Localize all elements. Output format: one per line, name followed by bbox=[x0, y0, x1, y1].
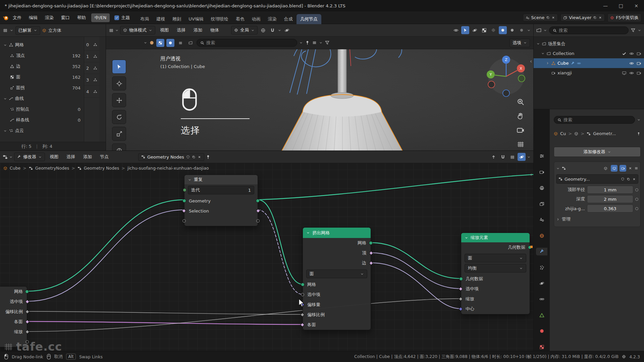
chevron-down-icon[interactable] bbox=[144, 41, 147, 45]
group-input-individual[interactable]: 各面 bbox=[0, 317, 27, 327]
index-row[interactable]: 0 bbox=[84, 39, 99, 51]
node-editor-icon[interactable] bbox=[3, 155, 8, 160]
realtime-display-toggle[interactable] bbox=[611, 165, 618, 172]
asset-search[interactable] bbox=[197, 39, 297, 47]
mode-dropdown[interactable]: 物体模式 bbox=[120, 26, 155, 35]
shading-wireframe-button[interactable] bbox=[489, 26, 497, 34]
tab-texture[interactable] bbox=[536, 343, 547, 351]
copy-node-tree-icon[interactable] bbox=[192, 155, 196, 159]
ne-menu-select[interactable]: 选择 bbox=[63, 153, 78, 161]
node-repeat-input[interactable]: 重复 迭代 1 Geometry Selection bbox=[184, 175, 258, 226]
sidebar-collapse-arrow[interactable]: ‹ bbox=[530, 58, 532, 64]
index-row[interactable]: 4 bbox=[84, 86, 99, 98]
xray-toggle[interactable] bbox=[480, 26, 488, 34]
node-group-field[interactable]: Geometry... bbox=[556, 174, 638, 184]
scale-mode-select[interactable]: 均衡 bbox=[465, 264, 526, 273]
menu-file[interactable]: 文件 bbox=[9, 13, 25, 22]
scene-selector[interactable]: Scene bbox=[523, 14, 558, 21]
chevron-down-icon[interactable] bbox=[319, 41, 323, 45]
index-row[interactable]: 2 bbox=[84, 62, 99, 74]
socket-geometry[interactable] bbox=[25, 290, 29, 294]
group-input-mesh[interactable]: 网格 bbox=[0, 287, 27, 297]
outliner-row-xiangji[interactable]: xiangji bbox=[534, 68, 644, 78]
ne-menu-view[interactable]: 视图 bbox=[46, 153, 62, 161]
socket-geometry[interactable] bbox=[369, 241, 373, 245]
group-input-offset-scale[interactable]: 偏移比例 bbox=[0, 307, 27, 317]
fake-user-shield-icon[interactable] bbox=[621, 177, 625, 181]
outliner-row-cube[interactable]: Cube bbox=[534, 58, 644, 68]
tool-select-box[interactable] bbox=[112, 60, 126, 74]
tab-material[interactable] bbox=[536, 327, 547, 335]
new-scene-icon[interactable] bbox=[546, 16, 550, 19]
extrude-out-mesh[interactable]: 网格 bbox=[303, 238, 371, 248]
tab-world[interactable] bbox=[536, 232, 547, 239]
extrude-in-offset-scale[interactable]: 偏移比例 bbox=[303, 310, 371, 320]
breadcrumb-tree[interactable]: Geometry Nodes bbox=[84, 166, 119, 171]
scale-node-header[interactable]: 缩放元素 bbox=[461, 233, 530, 242]
ne-menu-add[interactable]: 添加 bbox=[80, 153, 95, 161]
tree-row-vertices[interactable]: 顶点192 bbox=[0, 50, 84, 61]
attribute-toggle-dot[interactable] bbox=[635, 207, 638, 210]
node-extrude-mesh[interactable]: 挤出网格 网格 顶 边 面 网格 选中项 偏移量 偏移比例 各面 bbox=[303, 227, 371, 330]
options-dropdown[interactable]: 选项 bbox=[509, 39, 530, 47]
camera-view-icon[interactable] bbox=[517, 126, 525, 134]
tab-modeling[interactable]: 建模 bbox=[153, 14, 169, 24]
ne-snap-toggle[interactable] bbox=[499, 153, 507, 161]
minimize-button[interactable]: — bbox=[598, 0, 613, 11]
vp-menu-select[interactable]: 选择 bbox=[173, 26, 189, 35]
tree-row-curves[interactable]: 曲线 bbox=[0, 93, 84, 104]
outliner-search-input[interactable] bbox=[559, 28, 625, 33]
socket-geometry[interactable] bbox=[182, 199, 186, 203]
tab-uv-editing[interactable]: UV编辑 bbox=[185, 14, 207, 24]
chevron-down-icon[interactable] bbox=[541, 52, 545, 55]
tab-object-data[interactable] bbox=[536, 311, 547, 319]
outliner-editor-icon[interactable] bbox=[536, 28, 541, 33]
eye-icon[interactable] bbox=[629, 61, 634, 66]
visibility-dropdown[interactable] bbox=[452, 26, 460, 34]
menu-render[interactable]: 渲染 bbox=[42, 13, 57, 22]
ne-snap-mode[interactable] bbox=[508, 153, 516, 161]
tab-output[interactable] bbox=[536, 184, 547, 192]
overlays-toggle[interactable] bbox=[471, 26, 479, 34]
tab-compositing[interactable]: 合成 bbox=[280, 14, 297, 24]
socket-virtual[interactable] bbox=[182, 219, 186, 223]
menu-window[interactable]: 窗口 bbox=[58, 13, 73, 22]
node-scale-elements[interactable]: 缩放元素 几何数据 面 均衡 几何数据 选中项 缩放 中心 bbox=[461, 233, 530, 314]
shading-solid-button[interactable] bbox=[499, 26, 507, 34]
repeat-selection-row[interactable]: Selection bbox=[184, 206, 258, 216]
new-viewlayer-icon[interactable] bbox=[593, 16, 597, 19]
add-modifier-button[interactable]: 添加修改器 bbox=[554, 147, 641, 157]
lang-switch-hint[interactable]: F5中英切换 bbox=[607, 13, 641, 22]
outliner-search[interactable] bbox=[549, 26, 629, 34]
zhijia-field[interactable]: 0.363 bbox=[587, 204, 633, 213]
filter-icon[interactable] bbox=[325, 40, 330, 45]
extrude-out-side[interactable]: 边 bbox=[303, 258, 371, 268]
modifier-wrench-icon[interactable] bbox=[571, 61, 575, 65]
fake-user-shield-icon[interactable] bbox=[186, 155, 190, 159]
socket-integer[interactable] bbox=[183, 188, 186, 192]
vp-menu-add[interactable]: 添加 bbox=[190, 26, 206, 35]
go-parent-node-button[interactable] bbox=[489, 153, 497, 161]
group-input-selection[interactable]: 选中项 bbox=[0, 297, 27, 307]
extrude-out-top[interactable]: 顶 bbox=[303, 248, 371, 258]
socket-geometry[interactable] bbox=[256, 199, 260, 203]
pivot-point-button[interactable] bbox=[259, 26, 267, 34]
blender-logo-icon[interactable] bbox=[3, 15, 9, 21]
screen-disable-icon[interactable] bbox=[622, 71, 627, 75]
spreadsheet-editor-icon[interactable] bbox=[3, 28, 8, 33]
depth-field[interactable]: 2 mm bbox=[587, 195, 633, 203]
node-group-input[interactable]: 网格 选中项 偏移比例 各面 缩放 bbox=[0, 286, 27, 347]
camera-render-icon[interactable] bbox=[637, 71, 641, 75]
tab-modifiers[interactable] bbox=[536, 248, 547, 255]
top-radius-field[interactable]: 1 mm bbox=[587, 186, 633, 194]
tab-texture-paint[interactable]: 纹理喷绘 bbox=[207, 14, 232, 24]
tab-render[interactable] bbox=[536, 168, 547, 176]
remove-viewlayer-icon[interactable] bbox=[598, 16, 602, 19]
viewlayer-selector[interactable]: ViewLayer bbox=[560, 14, 605, 21]
tree-row-splines[interactable]: 样条线0 bbox=[0, 115, 84, 125]
vp-menu-view[interactable]: 视图 bbox=[157, 26, 172, 35]
extrude-in-mesh[interactable]: 网格 bbox=[303, 280, 371, 290]
shading-rendered-button[interactable] bbox=[518, 26, 526, 34]
breadcrumb-object[interactable]: Cube bbox=[10, 166, 20, 171]
tree-row-control-points[interactable]: 控制点0 bbox=[0, 104, 84, 115]
